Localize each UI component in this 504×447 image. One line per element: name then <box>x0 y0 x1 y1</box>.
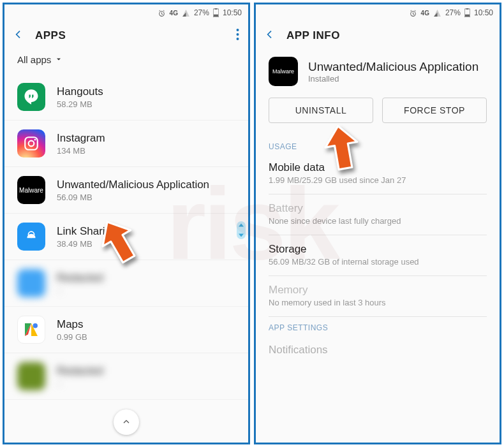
app-name: Unwanted/Malicious Application <box>57 179 209 191</box>
svg-point-8 <box>34 139 36 141</box>
svg-point-4 <box>237 33 239 36</box>
svg-point-5 <box>237 38 239 40</box>
app-row-maps[interactable]: Maps0.99 GB <box>4 307 248 353</box>
notifications-row[interactable]: Notifications <box>256 335 500 356</box>
install-status: Installed <box>308 74 478 84</box>
hangouts-icon <box>17 83 45 111</box>
scroll-indicator[interactable] <box>237 221 246 239</box>
svg-rect-12 <box>466 8 469 10</box>
battery-pct: 27% <box>194 8 209 17</box>
svg-rect-13 <box>465 15 470 17</box>
unknown-icon <box>17 362 45 390</box>
back-icon[interactable] <box>265 29 275 42</box>
app-size: 56.09 MB <box>57 193 209 202</box>
app-name: Maps <box>57 318 87 331</box>
app-size: -- <box>57 286 103 295</box>
app-row-instagram[interactable]: Instagram134 MB <box>4 121 248 167</box>
row-subtitle: 1.99 MB/25.29 GB used since Jan 27 <box>269 175 487 185</box>
status-bar: 4G 27% 10:50 <box>4 4 248 21</box>
clock: 10:50 <box>223 8 242 17</box>
memory-row: Memory No memory used in last 3 hours <box>269 276 487 317</box>
battery-icon <box>213 8 219 17</box>
row-title: Memory <box>269 284 487 297</box>
instagram-icon <box>17 129 45 158</box>
header: APPS <box>4 21 248 50</box>
app-header: Malware Unwanted/Malicious Application I… <box>256 50 500 98</box>
app-size: 58.29 MB <box>57 99 103 109</box>
network-type: 4G <box>421 10 429 17</box>
app-size: 134 MB <box>57 146 105 156</box>
page-title: APP INFO <box>286 29 340 42</box>
row-subtitle: None since device last fully charged <box>269 216 487 226</box>
alarm-icon <box>409 9 417 17</box>
mobile-data-row[interactable]: Mobile data 1.99 MB/25.29 GB used since … <box>269 154 487 194</box>
row-subtitle: No memory used in last 3 hours <box>269 298 487 307</box>
app-name: Redacted <box>57 272 103 284</box>
page-title: APPS <box>35 29 66 42</box>
svg-rect-1 <box>215 8 218 10</box>
row-title: Battery <box>269 202 487 215</box>
alarm-icon <box>158 9 166 17</box>
filter-dropdown[interactable]: All apps <box>4 50 248 74</box>
app-info-screen: 4G 27% 10:50 APP INFO Malware Unwanted/M… <box>254 3 501 444</box>
filter-label: All apps <box>17 54 51 65</box>
app-name: Instagram <box>57 132 105 145</box>
action-buttons: UNINSTALL FORCE STOP <box>256 98 500 136</box>
link-sharing-icon <box>17 223 45 251</box>
app-row-redacted[interactable]: Redacted-- <box>4 260 248 307</box>
app-name: Hangouts <box>57 85 103 98</box>
app-size: 0.99 GB <box>57 332 87 342</box>
app-settings-section-label: APP SETTINGS <box>256 317 500 335</box>
svg-rect-2 <box>214 15 218 17</box>
apps-list-screen: 4G 27% 10:50 APPS All apps Hangouts58.29… <box>3 3 250 444</box>
status-bar: 4G 27% 10:50 <box>256 4 500 21</box>
signal-icon <box>182 9 190 17</box>
app-list: Hangouts58.29 MB Instagram134 MB Malware… <box>4 74 248 400</box>
maps-icon <box>17 316 45 344</box>
app-name: Unwanted/Malicious Application <box>308 60 478 74</box>
chevron-down-icon <box>55 54 63 65</box>
svg-point-10 <box>33 323 38 328</box>
app-row-malware[interactable]: Malware Unwanted/Malicious Application56… <box>4 167 248 214</box>
battery-pct: 27% <box>445 8 461 17</box>
app-size: -- <box>57 379 103 388</box>
malware-icon: Malware <box>269 57 298 86</box>
battery-icon <box>464 8 470 17</box>
header: APP INFO <box>256 21 500 50</box>
scroll-to-top-button[interactable] <box>114 409 139 435</box>
signal-icon <box>433 9 441 17</box>
storage-row[interactable]: Storage 56.09 MB/32 GB of internal stora… <box>269 235 487 276</box>
battery-row: Battery None since device last fully cha… <box>269 194 487 235</box>
svg-point-3 <box>237 29 239 31</box>
overflow-menu-icon[interactable] <box>236 29 239 43</box>
back-icon[interactable] <box>13 29 24 42</box>
row-title: Storage <box>269 243 487 256</box>
app-row-redacted[interactable]: Redacted-- <box>4 353 248 400</box>
force-stop-button[interactable]: FORCE STOP <box>382 98 487 123</box>
network-type: 4G <box>170 10 178 17</box>
malware-icon: Malware <box>17 176 45 204</box>
unknown-icon <box>17 269 45 297</box>
app-name: Redacted <box>57 365 103 377</box>
app-row-link-sharing[interactable]: Link Sharing38.49 MB <box>4 214 248 260</box>
app-name: Link Sharing <box>57 225 117 238</box>
usage-section-label: USAGE <box>256 136 500 154</box>
app-size: 38.49 MB <box>57 239 117 249</box>
row-subtitle: 56.09 MB/32 GB of internal storage used <box>269 257 487 267</box>
row-title: Mobile data <box>269 161 487 174</box>
uninstall-button[interactable]: UNINSTALL <box>269 98 373 123</box>
app-row-hangouts[interactable]: Hangouts58.29 MB <box>4 74 248 121</box>
clock: 10:50 <box>474 8 493 17</box>
svg-point-7 <box>29 141 34 147</box>
